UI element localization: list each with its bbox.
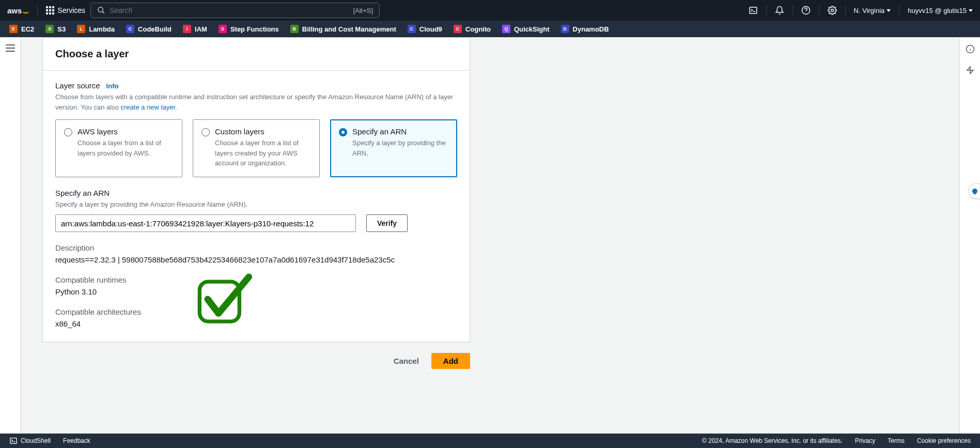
- shortcut-label: Cognito: [465, 25, 491, 33]
- search-shortcut: [Alt+S]: [353, 7, 373, 14]
- divider: [899, 5, 899, 16]
- svg-rect-2: [750, 7, 757, 13]
- shortcut-label: EC2: [21, 25, 34, 33]
- shortcut-codebuild[interactable]: CCodeBuild: [126, 25, 172, 33]
- shortcut-iam[interactable]: IIAM: [183, 25, 207, 33]
- shortcut-quicksight[interactable]: QQuickSight: [502, 25, 550, 33]
- shortcut-lambda[interactable]: LLambda: [77, 25, 115, 33]
- service-icon: C: [126, 25, 134, 33]
- account-menu[interactable]: huyvv15 @ glutis15: [908, 7, 973, 14]
- service-icon: Q: [502, 25, 510, 33]
- help-icon[interactable]: [801, 6, 811, 15]
- caret-down-icon: [969, 9, 973, 12]
- shortcut-label: IAM: [195, 25, 207, 33]
- grid-icon: [46, 6, 54, 14]
- search-box[interactable]: [Alt+S]: [90, 3, 380, 18]
- divider: [819, 5, 819, 16]
- top-nav: aws⌣ Services [Alt+S] N. Virginia huyvv1…: [0, 0, 980, 21]
- shortcut-label: Billing and Cost Management: [302, 25, 396, 33]
- shortcut-label: CodeBuild: [138, 25, 172, 33]
- service-icon: C: [454, 25, 462, 33]
- divider: [845, 5, 846, 16]
- settings-icon[interactable]: [828, 6, 837, 15]
- shortcut-cloud9[interactable]: CCloud9: [408, 25, 442, 33]
- caret-down-icon: [886, 9, 891, 12]
- svg-point-0: [98, 7, 103, 12]
- notifications-icon[interactable]: [775, 6, 784, 15]
- shortcut-cognito[interactable]: CCognito: [454, 25, 491, 33]
- service-icon: I: [183, 25, 191, 33]
- shortcut-dynamodb[interactable]: DDynamoDB: [561, 25, 609, 33]
- service-icon: B: [290, 25, 299, 33]
- aws-logo[interactable]: aws⌣: [7, 6, 29, 15]
- divider: [37, 5, 38, 16]
- service-icon: S: [219, 25, 227, 33]
- service-shortcut-bar: EEC2SS3LLambdaCCodeBuildIIAMSStep Functi…: [0, 21, 980, 37]
- shortcut-label: QuickSight: [514, 25, 550, 33]
- shortcut-label: Lambda: [89, 25, 115, 33]
- cloudshell-icon[interactable]: [749, 6, 758, 15]
- service-icon: D: [561, 25, 569, 33]
- service-icon: S: [45, 25, 54, 33]
- shortcut-step-functions[interactable]: SStep Functions: [219, 25, 279, 33]
- shortcut-label: Cloud9: [419, 25, 442, 33]
- shortcut-ec2[interactable]: EEC2: [9, 25, 34, 33]
- shortcut-label: S3: [57, 25, 66, 33]
- search-icon: [97, 6, 105, 14]
- svg-line-1: [102, 11, 104, 13]
- shortcut-label: Step Functions: [230, 25, 279, 33]
- services-menu-button[interactable]: Services: [46, 6, 85, 14]
- service-icon: E: [9, 25, 18, 33]
- svg-point-6: [831, 9, 833, 12]
- services-label: Services: [57, 6, 85, 14]
- divider: [792, 5, 793, 16]
- shortcut-billing-and-cost-management[interactable]: BBilling and Cost Management: [290, 25, 396, 33]
- region-selector[interactable]: N. Virginia: [854, 7, 891, 14]
- shortcut-label: DynamoDB: [573, 25, 609, 33]
- search-input[interactable]: [110, 6, 349, 14]
- divider: [766, 5, 767, 16]
- shortcut-s3[interactable]: SS3: [45, 25, 66, 33]
- service-icon: C: [408, 25, 416, 33]
- service-icon: L: [77, 25, 85, 33]
